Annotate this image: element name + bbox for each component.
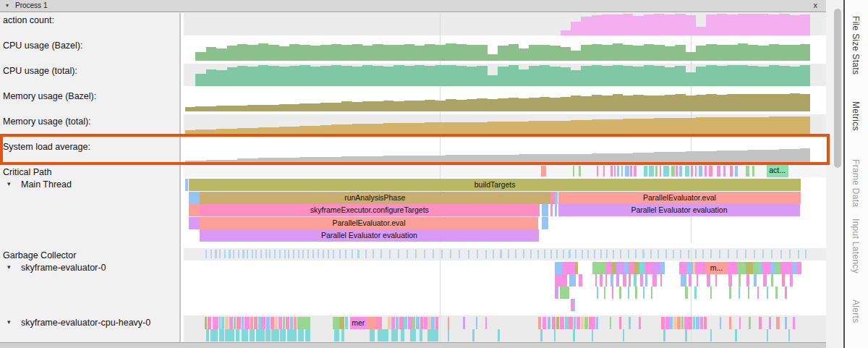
slice[interactable]	[542, 204, 548, 216]
expander-icon[interactable]: ▾	[7, 318, 11, 326]
slice-tick[interactable]	[610, 166, 613, 177]
gc-tick[interactable]	[298, 250, 299, 258]
gc-tick[interactable]	[365, 250, 367, 258]
gc-tick[interactable]	[389, 250, 391, 258]
gc-tick[interactable]	[352, 250, 353, 258]
chart-area-cpu-usage-bazel[interactable]	[181, 38, 826, 64]
gc-tick[interactable]	[658, 250, 659, 258]
gc-tick[interactable]	[224, 250, 226, 258]
slice-tick[interactable]	[660, 166, 661, 177]
gc-tick[interactable]	[719, 250, 720, 258]
slice[interactable]	[548, 317, 550, 329]
slice[interactable]	[556, 317, 558, 329]
slice[interactable]	[695, 262, 705, 274]
slice[interactable]	[645, 274, 647, 287]
slice[interactable]	[704, 317, 706, 329]
gc-tick[interactable]	[620, 250, 621, 258]
slice[interactable]	[785, 317, 787, 329]
slice[interactable]	[391, 317, 395, 329]
slice[interactable]	[739, 317, 741, 329]
slice[interactable]	[623, 329, 625, 341]
slice[interactable]: runAnalysisPhase	[200, 192, 550, 204]
slice[interactable]	[435, 317, 438, 329]
slice[interactable]	[737, 262, 746, 274]
gc-tick[interactable]	[537, 250, 539, 258]
slice[interactable]	[225, 329, 234, 341]
slice[interactable]	[645, 262, 652, 274]
slice[interactable]	[333, 317, 339, 329]
gc-tick[interactable]	[780, 250, 782, 258]
gc-tick[interactable]	[493, 250, 494, 258]
slice[interactable]	[334, 329, 340, 341]
counter-chart[interactable]	[185, 38, 810, 61]
slice[interactable]	[219, 317, 221, 329]
slice[interactable]	[610, 317, 612, 329]
slice[interactable]	[574, 299, 576, 311]
gc-tick[interactable]	[606, 250, 608, 258]
gc-tick[interactable]	[680, 250, 681, 258]
slice-tick[interactable]	[621, 166, 623, 177]
gc-tick[interactable]	[523, 250, 524, 258]
gc-tick[interactable]	[485, 250, 487, 258]
slice[interactable]	[412, 317, 414, 329]
gc-tick[interactable]	[673, 250, 674, 258]
slice[interactable]: Parallel Evaluator evaluation	[200, 229, 539, 242]
slice[interactable]	[596, 317, 598, 329]
slice[interactable]	[619, 317, 621, 329]
slice[interactable]	[767, 329, 769, 341]
slice[interactable]	[399, 317, 403, 329]
slice[interactable]	[579, 274, 582, 287]
chart-area-garbage-collector[interactable]	[181, 248, 826, 260]
gc-tick[interactable]	[450, 250, 451, 258]
gc-tick[interactable]	[205, 250, 207, 258]
slice[interactable]	[208, 317, 211, 329]
slice-tick[interactable]	[746, 166, 749, 177]
gc-tick[interactable]	[219, 250, 221, 258]
slice[interactable]	[420, 329, 422, 341]
gc-tick[interactable]	[265, 250, 267, 258]
slice-tick[interactable]	[717, 166, 720, 177]
slice[interactable]	[298, 329, 305, 341]
slice[interactable]	[592, 262, 606, 274]
gc-tick[interactable]	[238, 250, 239, 258]
slice[interactable]	[595, 274, 597, 287]
slice[interactable]	[687, 262, 693, 274]
slice[interactable]	[542, 317, 546, 329]
slice[interactable]	[278, 317, 282, 329]
slice[interactable]	[793, 317, 795, 329]
gc-tick[interactable]	[600, 250, 602, 258]
slice[interactable]	[661, 317, 664, 329]
gc-tick[interactable]	[635, 250, 637, 258]
gc-tick[interactable]	[398, 250, 399, 258]
slice[interactable]	[210, 329, 218, 341]
slice-tick[interactable]	[573, 166, 574, 177]
slice-tick[interactable]	[679, 166, 681, 177]
slice[interactable]	[205, 317, 207, 329]
slice[interactable]	[628, 287, 629, 299]
gc-tick[interactable]	[688, 250, 689, 258]
slice[interactable]	[569, 274, 576, 287]
slice[interactable]	[605, 274, 608, 287]
slice[interactable]	[589, 317, 591, 329]
gc-tick[interactable]	[563, 250, 564, 258]
slice[interactable]	[555, 192, 557, 204]
gc-tick[interactable]	[736, 250, 738, 258]
gc-tick[interactable]	[357, 250, 359, 258]
slice[interactable]	[790, 274, 792, 287]
slice[interactable]	[651, 287, 653, 299]
counter-chart[interactable]	[185, 13, 810, 35]
slice[interactable]	[542, 217, 548, 229]
slice[interactable]	[635, 287, 637, 299]
slice[interactable]	[629, 262, 634, 274]
gc-tick[interactable]	[274, 250, 276, 258]
gc-tick[interactable]	[569, 250, 570, 258]
slice[interactable]	[221, 317, 224, 329]
slice[interactable]	[305, 329, 310, 341]
slice[interactable]	[754, 274, 756, 287]
slice[interactable]	[710, 287, 712, 299]
slice-tick[interactable]	[579, 166, 580, 177]
slice[interactable]	[229, 317, 232, 329]
expander-icon[interactable]: ▾	[7, 180, 11, 187]
gc-tick[interactable]	[269, 250, 271, 258]
vertical-scrollbar[interactable]	[826, 0, 843, 348]
